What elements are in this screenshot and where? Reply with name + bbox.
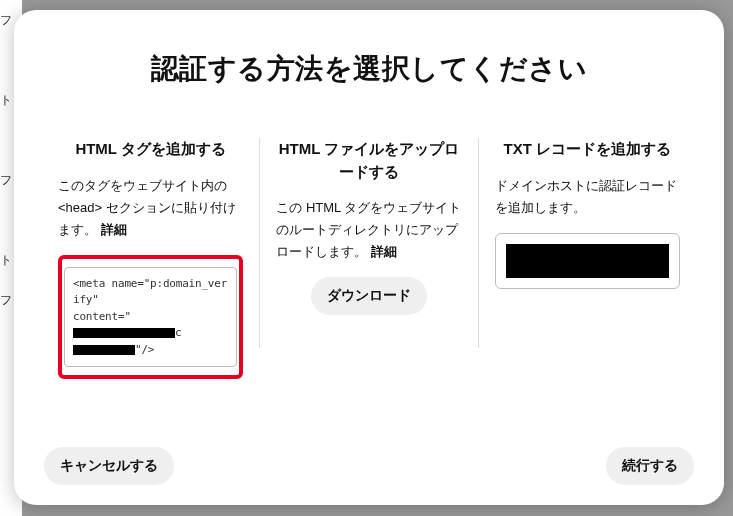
option-txt-record-heading: TXT レコードを追加する	[495, 138, 680, 161]
column-divider	[478, 138, 479, 348]
option-html-file-heading: HTML ファイルをアップロードする	[276, 138, 461, 183]
redacted-content-1	[73, 328, 175, 338]
download-button[interactable]: ダウンロード	[311, 277, 427, 315]
details-link-html-file[interactable]: 詳細	[371, 244, 397, 259]
option-html-tag: HTML タグを追加する このタグをウェブサイト内の <head> セクションに…	[44, 138, 257, 427]
modal-title: 認証する方法を選択してください	[44, 50, 694, 88]
column-divider	[259, 138, 260, 348]
modal-footer: キャンセルする 続行する	[44, 447, 694, 485]
redacted-txt-record	[506, 244, 669, 278]
option-html-tag-heading: HTML タグを追加する	[58, 138, 243, 161]
option-txt-record-desc: ドメインホストに認証レコードを追加します。	[495, 175, 680, 219]
cancel-button[interactable]: キャンセルする	[44, 447, 174, 485]
option-html-file-desc: この HTML タグをウェブサイトのルートディレクトリにアップロードします。 詳…	[276, 197, 461, 263]
meta-tag-box: <meta name="p:domain_verify" content="c …	[58, 255, 243, 380]
option-html-tag-desc: このタグをウェブサイト内の <head> セクションに貼り付けます。 詳細	[58, 175, 243, 241]
txt-record-box[interactable]	[495, 233, 680, 289]
option-html-file: HTML ファイルをアップロードする この HTML タグをウェブサイトのルート…	[262, 138, 475, 427]
continue-button[interactable]: 続行する	[606, 447, 694, 485]
option-txt-record: TXT レコードを追加する ドメインホストに認証レコードを追加します。	[481, 138, 694, 427]
meta-tag-snippet[interactable]: <meta name="p:domain_verify" content="c …	[64, 267, 237, 368]
options-row: HTML タグを追加する このタグをウェブサイト内の <head> セクションに…	[44, 138, 694, 427]
claim-method-modal: 認証する方法を選択してください HTML タグを追加する このタグをウェブサイト…	[14, 10, 724, 505]
details-link-html-tag[interactable]: 詳細	[101, 222, 127, 237]
redacted-content-2	[73, 345, 135, 355]
